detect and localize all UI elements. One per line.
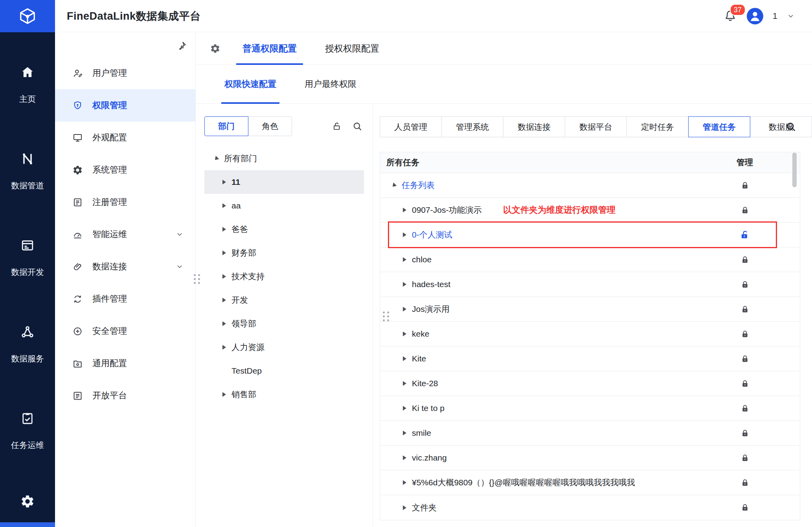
table-row[interactable]: Kite bbox=[380, 346, 800, 371]
caret-right-icon[interactable] bbox=[403, 455, 406, 460]
caret-right-icon[interactable] bbox=[222, 227, 226, 232]
caret-right-icon[interactable] bbox=[222, 274, 226, 279]
caret-right-icon[interactable] bbox=[222, 180, 226, 184]
tree-item-all-departments[interactable]: 所有部门 bbox=[204, 147, 364, 170]
tree-item[interactable]: 领导部 bbox=[204, 312, 364, 335]
table-row[interactable]: Jos演示用 bbox=[380, 297, 800, 322]
sidebar-item-security-management[interactable]: 安全管理 bbox=[55, 315, 195, 347]
caret-right-icon[interactable] bbox=[403, 332, 406, 336]
sidebar-item-user-management[interactable]: 用户管理 bbox=[55, 57, 195, 89]
search-icon[interactable] bbox=[785, 121, 796, 132]
caret-right-icon[interactable] bbox=[403, 480, 406, 485]
tree-item[interactable]: TestDep bbox=[204, 359, 364, 383]
sidebar-item-intelligent-ops[interactable]: 智能运维 bbox=[55, 218, 195, 251]
table-row[interactable]: hades-test bbox=[380, 272, 800, 297]
module-tab-data-platform[interactable]: 数据平台 bbox=[565, 116, 627, 137]
table-row[interactable]: 0907-Jos-功能演示 以文件夹为维度进行权限管理 bbox=[380, 198, 800, 223]
table-row[interactable]: 文件夹 bbox=[380, 495, 800, 520]
module-tab-data-connection[interactable]: 数据连接 bbox=[503, 116, 565, 137]
lock-icon[interactable] bbox=[740, 429, 750, 438]
table-row[interactable]: Kite-28 bbox=[380, 371, 800, 396]
table-row[interactable]: vic.zhang bbox=[380, 446, 800, 470]
table-row[interactable]: chloe bbox=[380, 247, 800, 272]
sidebar-item-registration-management[interactable]: 注册管理 bbox=[55, 186, 195, 218]
lock-icon[interactable] bbox=[740, 404, 750, 413]
avatar[interactable] bbox=[747, 8, 763, 24]
tree-item[interactable]: 人力资源 bbox=[204, 335, 364, 359]
lock-icon[interactable] bbox=[740, 255, 750, 264]
sidebar-item-permission-management[interactable]: 权限管理 bbox=[55, 89, 195, 122]
tree-item[interactable]: 开发 bbox=[204, 288, 364, 312]
rail-item-data-service[interactable]: 数据服务 bbox=[11, 325, 44, 364]
caret-right-icon[interactable] bbox=[403, 381, 406, 386]
tree-item[interactable]: 11 bbox=[204, 170, 364, 194]
sidebar-item-open-platform[interactable]: 开放平台 bbox=[55, 380, 195, 412]
table-row-personal-test[interactable]: 0-个人测试 bbox=[380, 223, 800, 247]
lock-icon[interactable] bbox=[740, 354, 750, 363]
lock-icon[interactable] bbox=[740, 478, 750, 487]
module-tab-manage-system[interactable]: 管理系统 bbox=[441, 116, 503, 137]
lock-icon[interactable] bbox=[740, 181, 750, 190]
caret-right-icon[interactable] bbox=[222, 203, 226, 208]
caret-right-icon[interactable] bbox=[222, 392, 226, 397]
tree-item[interactable]: aa bbox=[204, 194, 364, 217]
unpin-icon[interactable] bbox=[176, 41, 187, 52]
caret-right-icon[interactable] bbox=[403, 356, 406, 361]
tab-quick-permission-config[interactable]: 权限快速配置 bbox=[221, 65, 279, 104]
tree-item[interactable]: 技术支持 bbox=[204, 265, 364, 288]
toggle-role[interactable]: 角色 bbox=[248, 116, 292, 136]
app-logo[interactable] bbox=[0, 0, 55, 32]
module-tab-scheduled-task[interactable]: 定时任务 bbox=[626, 116, 689, 137]
rail-item-data-pipeline[interactable]: 数据管道 bbox=[11, 152, 44, 191]
search-icon[interactable] bbox=[352, 121, 362, 131]
caret-right-icon[interactable] bbox=[403, 257, 406, 262]
rail-item-home[interactable]: 主页 bbox=[19, 65, 36, 105]
caret-right-icon[interactable] bbox=[403, 208, 406, 212]
module-tab-personnel[interactable]: 人员管理 bbox=[380, 116, 442, 137]
caret-right-icon[interactable] bbox=[403, 232, 406, 237]
notification-bell-icon[interactable]: 37 bbox=[724, 9, 737, 23]
sidebar-item-plugin-management[interactable]: 插件管理 bbox=[55, 283, 195, 315]
tab-authorized-permission-config[interactable]: 授权权限配置 bbox=[319, 32, 386, 65]
caret-right-icon[interactable] bbox=[403, 406, 406, 411]
module-tab-data-service-partial[interactable]: 数据服 bbox=[750, 116, 812, 137]
scrollbar-thumb[interactable] bbox=[792, 153, 797, 187]
permission-settings-gear-icon[interactable] bbox=[210, 43, 220, 54]
table-row[interactable]: ¥5%6d大概9809（）{}@喔哦喔喔喔喔喔哦我哦哦我我我哦我 bbox=[380, 470, 800, 495]
chevron-down-icon[interactable] bbox=[176, 230, 184, 238]
lock-icon[interactable] bbox=[740, 206, 750, 215]
chevron-down-icon[interactable] bbox=[176, 263, 184, 271]
lock-icon[interactable] bbox=[740, 330, 750, 339]
table-row[interactable]: smile bbox=[380, 421, 800, 446]
tree-item[interactable]: 财务部 bbox=[204, 241, 364, 265]
sidebar-item-data-connection[interactable]: 数据连接 bbox=[55, 251, 195, 283]
chevron-down-icon[interactable] bbox=[787, 12, 795, 20]
lock-icon[interactable] bbox=[740, 453, 750, 463]
tab-user-final-permission[interactable]: 用户最终权限 bbox=[301, 65, 360, 104]
sidebar-item-general-config[interactable]: 通用配置 bbox=[55, 347, 195, 380]
sidebar-item-appearance-config[interactable]: 外观配置 bbox=[55, 122, 195, 154]
panel-resize-handle[interactable] bbox=[383, 311, 389, 321]
caret-right-icon[interactable] bbox=[222, 345, 226, 350]
tree-item[interactable]: 销售部 bbox=[204, 383, 364, 406]
caret-right-icon[interactable] bbox=[403, 307, 406, 311]
table-row[interactable]: Ki te to p bbox=[380, 396, 800, 421]
caret-right-icon[interactable] bbox=[222, 251, 226, 255]
lock-icon[interactable] bbox=[740, 503, 750, 512]
caret-right-icon[interactable] bbox=[403, 505, 406, 510]
sidebar-item-system-management[interactable]: 系统管理 bbox=[55, 154, 195, 186]
caret-right-icon[interactable] bbox=[222, 321, 226, 326]
panel-resize-handle[interactable] bbox=[194, 274, 200, 284]
lock-icon[interactable] bbox=[740, 379, 750, 388]
caret-right-icon[interactable] bbox=[403, 431, 406, 435]
settings-gear-icon[interactable] bbox=[20, 494, 35, 509]
unlock-icon[interactable] bbox=[740, 230, 750, 240]
unlock-icon[interactable] bbox=[332, 121, 342, 131]
table-row-task-list[interactable]: 任务列表 bbox=[380, 173, 800, 198]
tab-normal-permission-config[interactable]: 普通权限配置 bbox=[236, 32, 303, 65]
toggle-department[interactable]: 部门 bbox=[204, 116, 248, 136]
caret-right-icon[interactable] bbox=[403, 282, 406, 287]
lock-icon[interactable] bbox=[740, 280, 750, 289]
caret-expanded-icon[interactable] bbox=[213, 156, 219, 162]
caret-expanded-icon[interactable] bbox=[391, 182, 397, 188]
